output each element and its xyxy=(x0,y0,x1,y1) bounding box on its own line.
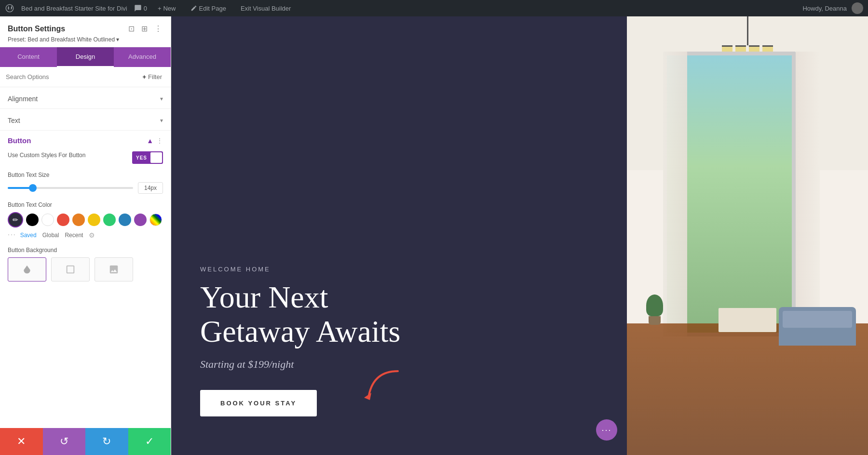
plant-pot xyxy=(649,316,661,325)
canvas-area: WELCOME HOME Your Next Getaway Awaits St… xyxy=(171,16,868,455)
undo-icon: ↺ xyxy=(60,435,68,448)
slider-value[interactable]: 14px xyxy=(138,182,163,194)
alignment-section-header[interactable]: Alignment ▾ xyxy=(0,87,171,108)
hero-title: Your Next Getaway Awaits xyxy=(200,281,400,348)
toggle-yes-label: YES xyxy=(132,155,147,161)
text-color-label: Button Text Color xyxy=(8,201,163,208)
edit-page-btn[interactable]: Edit Page xyxy=(187,3,230,14)
panel-resize-icon[interactable]: ⊡ xyxy=(127,23,136,34)
button-section-title: Button xyxy=(8,136,31,145)
howdy-text: Howdy, Deanna xyxy=(802,5,847,12)
alignment-title: Alignment xyxy=(8,95,38,103)
slider-track[interactable] xyxy=(8,187,133,189)
text-title: Text xyxy=(8,117,20,124)
button-more-icon[interactable]: ⋮ xyxy=(156,137,163,145)
bottom-toolbar: ✕ ↺ ↻ ✓ xyxy=(0,428,171,455)
bg-section: Button Background xyxy=(8,247,163,281)
tab-content[interactable]: Content xyxy=(0,47,57,67)
redo-button[interactable]: ↻ xyxy=(85,428,128,455)
exit-builder-btn[interactable]: Exit Visual Builder xyxy=(237,3,295,14)
saved-tab[interactable]: Saved xyxy=(20,232,37,239)
recent-tab[interactable]: Recent xyxy=(65,232,83,239)
color-swatch-black[interactable] xyxy=(26,214,39,226)
color-swatch-red[interactable] xyxy=(57,214,69,226)
color-swatch-purple[interactable] xyxy=(134,214,147,226)
comments-btn[interactable]: 0 xyxy=(134,4,147,12)
color-swatch-green[interactable] xyxy=(103,214,116,226)
toggle-knob xyxy=(150,152,162,163)
slider-thumb[interactable] xyxy=(29,184,37,192)
text-color-section: Button Text Color ✏ xyxy=(8,201,163,239)
button-collapse-icon[interactable]: ▲ xyxy=(147,137,153,145)
search-input[interactable] xyxy=(6,73,136,80)
panel-more-icon[interactable]: ⋮ xyxy=(153,23,163,34)
new-label: New xyxy=(163,5,176,12)
panel-content: Alignment ▾ Text ▾ Button ▲ ⋮ xyxy=(0,87,171,428)
close-button[interactable]: ✕ xyxy=(0,428,43,455)
plant-leaves xyxy=(646,294,663,316)
global-tab[interactable]: Global xyxy=(42,232,59,239)
preset-chevron[interactable]: ▾ xyxy=(116,36,119,43)
comment-count: 0 xyxy=(144,5,147,12)
color-gradient-btn[interactable] xyxy=(149,214,162,226)
exit-builder-label: Exit Visual Builder xyxy=(241,5,291,12)
text-size-row: Button Text Size 14px xyxy=(8,172,163,194)
search-row: + Filter xyxy=(0,67,171,87)
admin-bar-right: Howdy, Deanna xyxy=(802,2,863,14)
coffee-table xyxy=(719,308,776,332)
text-section-header[interactable]: Text ▾ xyxy=(0,108,171,130)
color-swatch-blue[interactable] xyxy=(119,214,131,226)
bg-btn-row xyxy=(8,257,163,281)
floating-dots-button[interactable]: ··· xyxy=(596,419,617,441)
bg-label: Button Background xyxy=(8,247,163,254)
admin-bar-left: Bed and Breakfast Starter Site for Divi … xyxy=(5,3,795,14)
hero-subtitle: Starting at $199/night xyxy=(200,358,400,371)
user-avatar[interactable] xyxy=(852,2,863,14)
more-colors-icon[interactable]: ··· xyxy=(8,230,16,238)
panel-tabs: Content Design Advanced xyxy=(0,47,171,67)
settings-panel: Button Settings ⊡ ⊞ ⋮ Preset: Bed and Br… xyxy=(0,16,171,455)
undo-button[interactable]: ↺ xyxy=(43,428,86,455)
color-settings-icon[interactable]: ⚙ xyxy=(89,231,95,239)
panel-title: Button Settings xyxy=(8,25,65,33)
panel-preset: Preset: Bed and Breakfast White Outlined… xyxy=(8,36,163,43)
save-button[interactable]: ✓ xyxy=(128,428,171,455)
hero-section: WELCOME HOME Your Next Getaway Awaits St… xyxy=(171,16,868,455)
color-swatch-white[interactable] xyxy=(41,214,54,226)
bg-gradient-btn[interactable] xyxy=(51,257,90,281)
color-picker-btn[interactable]: ✏ xyxy=(8,212,23,228)
color-swatch-orange[interactable] xyxy=(72,214,85,226)
admin-bar: Bed and Breakfast Starter Site for Divi … xyxy=(0,0,868,16)
new-btn[interactable]: + New xyxy=(154,3,180,14)
wordpress-logo-icon[interactable] xyxy=(5,3,14,13)
site-name[interactable]: Bed and Breakfast Starter Site for Divi xyxy=(21,5,127,12)
button-section-controls: ▲ ⋮ xyxy=(147,137,163,145)
edit-page-label: Edit Page xyxy=(199,5,226,12)
filter-plus-icon: + xyxy=(143,73,147,80)
filter-btn[interactable]: + Filter xyxy=(140,72,165,82)
tab-design[interactable]: Design xyxy=(57,47,114,67)
dots-icon: ··· xyxy=(601,425,611,435)
panel-columns-icon[interactable]: ⊞ xyxy=(140,23,149,34)
color-swatch-yellow[interactable] xyxy=(88,214,100,226)
hero-left: WELCOME HOME Your Next Getaway Awaits St… xyxy=(171,16,627,455)
custom-styles-toggle[interactable]: YES xyxy=(132,151,163,164)
chandelier-rod xyxy=(747,16,748,45)
button-section: Button ▲ ⋮ Use Custom Styles For Button … xyxy=(0,130,171,287)
custom-styles-toggle-row: Use Custom Styles For Button YES xyxy=(8,151,163,164)
close-icon: ✕ xyxy=(17,435,26,448)
bg-image-btn[interactable] xyxy=(95,257,133,281)
welcome-tag: WELCOME HOME xyxy=(200,266,400,273)
curtain-left xyxy=(663,52,687,337)
eyedropper-icon: ✏ xyxy=(13,216,18,224)
filter-label: Filter xyxy=(148,73,162,80)
slider-input-row: 14px xyxy=(8,182,163,194)
book-stay-button[interactable]: BOOK YOUR STAY xyxy=(200,390,317,416)
curtain-right xyxy=(796,52,820,337)
preset-text: Preset: Bed and Breakfast White Outlined xyxy=(8,36,115,43)
save-icon: ✓ xyxy=(145,435,154,448)
bg-color-btn[interactable] xyxy=(8,257,46,281)
tab-advanced[interactable]: Advanced xyxy=(114,47,171,67)
text-chevron-icon: ▾ xyxy=(160,117,163,124)
alignment-chevron-icon: ▾ xyxy=(160,95,163,102)
